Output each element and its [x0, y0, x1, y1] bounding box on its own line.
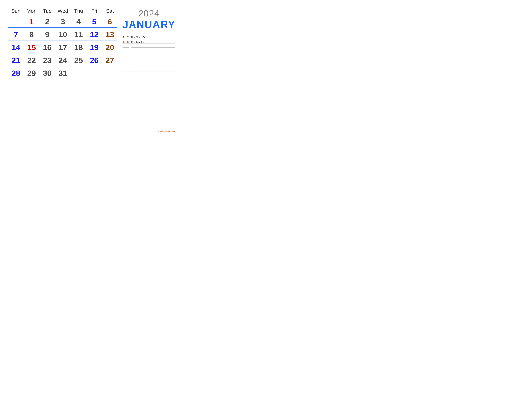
day-header-sat: Sat	[102, 6, 118, 15]
events-container: Jan 01New Year's DayJan 15M L King Day	[123, 35, 175, 45]
day-cell-9: 9	[39, 28, 55, 39]
day-cell-1: 1	[24, 16, 39, 27]
day-cell-18: 18	[71, 41, 86, 52]
day-cell-empty-0	[8, 23, 24, 27]
day-cell-empty-6	[102, 75, 118, 78]
day-cell-23: 23	[39, 54, 55, 65]
extra-underline-3	[40, 83, 55, 85]
day-cell-4: 4	[71, 16, 86, 27]
day-header-tue: Tue	[39, 6, 55, 15]
day-cell-3: 3	[55, 16, 71, 27]
extra-underline-4	[55, 83, 70, 85]
day-header-sun: Sun	[8, 6, 24, 15]
note-date-line-4	[123, 64, 129, 67]
note-date-line-5	[123, 69, 129, 72]
event-date-1: Jan 15	[123, 41, 129, 43]
day-cell-8: 8	[24, 28, 39, 39]
note-text-line-4	[131, 64, 175, 67]
event-entry-0: Jan 01New Year's Day	[123, 35, 175, 39]
site-credit: blank-calendar.com	[123, 129, 175, 132]
extra-underline-1	[8, 83, 23, 85]
day-cell-19: 19	[86, 41, 102, 52]
week-underline-4	[8, 66, 117, 66]
day-cell-15: 15	[24, 41, 39, 52]
day-cell-31: 31	[55, 67, 71, 78]
month-display: JANUARY	[123, 19, 175, 30]
day-cell-20: 20	[102, 41, 118, 52]
day-cell-26: 26	[86, 54, 102, 65]
day-cell-27: 27	[102, 54, 118, 65]
event-date-0: Jan 01	[123, 36, 129, 38]
day-cell-16: 16	[39, 41, 55, 52]
day-header-fri: Fri	[86, 6, 102, 15]
day-cell-10: 10	[55, 28, 71, 39]
right-panel: 2024 JANUARY Jan 01New Year's DayJan 15M…	[118, 6, 175, 132]
extra-underline-7	[102, 83, 117, 85]
event-name-1: M L King Day	[131, 41, 175, 43]
day-cell-14: 14	[8, 41, 24, 52]
note-text-line-1	[131, 50, 175, 52]
note-row-3	[123, 59, 175, 62]
day-header-mon: Mon	[24, 6, 39, 15]
year-display: 2024	[123, 8, 175, 19]
note-row-0	[123, 45, 175, 47]
week-underline-3	[8, 53, 117, 53]
week-underline-1	[8, 27, 117, 28]
week-row-4: 21222324252627	[8, 54, 118, 66]
note-text-line-5	[131, 69, 175, 72]
event-line-0	[123, 39, 175, 39]
note-date-line-1	[123, 50, 129, 52]
day-headers-row: SunMonTueWedThuFriSat	[8, 6, 118, 15]
note-row-2	[123, 55, 175, 57]
day-cell-11: 11	[71, 28, 86, 39]
day-cell-2: 2	[39, 16, 55, 27]
day-cell-empty-4	[71, 75, 86, 78]
day-cell-24: 24	[55, 54, 71, 65]
day-cell-empty-5	[86, 75, 102, 78]
day-cell-12: 12	[86, 28, 102, 39]
extra-underline-row	[8, 83, 118, 85]
weeks-container: 1234567891011121314151617181920212223242…	[8, 16, 118, 80]
events-panel: Jan 01New Year's DayJan 15M L King Day	[123, 35, 175, 129]
event-name-0: New Year's Day	[131, 36, 175, 38]
week-row-1: 123456	[8, 16, 118, 27]
note-text-line-3	[131, 59, 175, 62]
extra-underline-6	[87, 83, 102, 85]
week-row-2: 78910111213	[8, 28, 118, 40]
note-row-1	[123, 50, 175, 52]
day-cell-30: 30	[39, 67, 55, 78]
day-cell-5: 5	[86, 16, 102, 27]
day-cell-17: 17	[55, 41, 71, 52]
note-row-4	[123, 64, 175, 67]
week-underline-2	[8, 40, 117, 40]
day-cell-6: 6	[102, 16, 118, 27]
note-row-5	[123, 69, 175, 72]
calendar-grid: SunMonTueWedThuFriSat 123456789101112131…	[8, 6, 118, 132]
day-cell-29: 29	[24, 67, 39, 78]
notes-container	[123, 45, 175, 74]
event-entry-1: Jan 15M L King Day	[123, 40, 175, 44]
day-cell-13: 13	[102, 28, 118, 39]
extra-underline-5	[71, 83, 86, 85]
note-date-line-0	[123, 45, 129, 47]
day-cell-7: 7	[8, 28, 24, 39]
day-header-wed: Wed	[55, 6, 71, 15]
week-row-3: 14151617181920	[8, 41, 118, 53]
note-text-line-0	[131, 45, 175, 47]
week-row-5: 28293031	[8, 67, 118, 79]
week-underline-5	[8, 79, 117, 79]
note-date-line-3	[123, 59, 129, 62]
day-cell-25: 25	[71, 54, 86, 65]
day-cell-22: 22	[24, 54, 39, 65]
day-cell-21: 21	[8, 54, 24, 65]
main-container: SunMonTueWedThuFriSat 123456789101112131…	[8, 6, 169, 132]
day-cell-28: 28	[8, 67, 24, 78]
day-header-thu: Thu	[71, 6, 86, 15]
note-text-line-2	[131, 55, 175, 57]
extra-underline-2	[24, 83, 39, 85]
note-date-line-2	[123, 55, 129, 57]
